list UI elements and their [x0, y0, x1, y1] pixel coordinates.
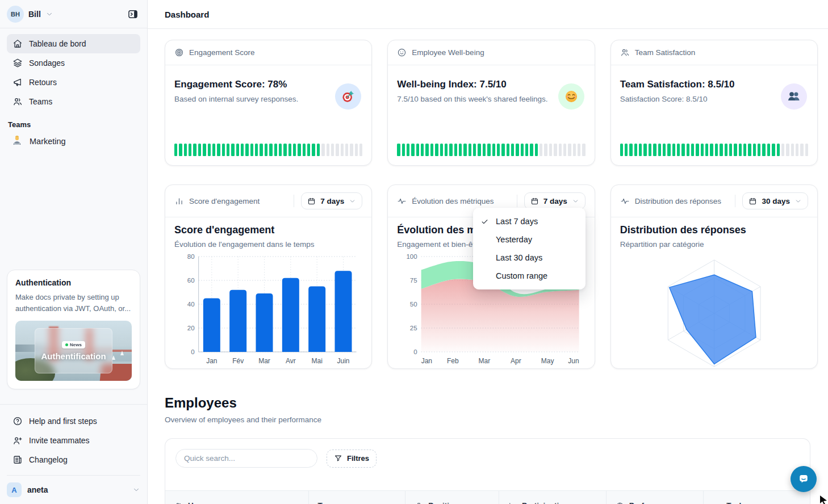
employees-title: Employees: [165, 395, 818, 411]
column-header-user[interactable]: User: [165, 491, 309, 504]
busts-emoji-badge: [781, 83, 807, 110]
sidebar: BH Bill Tableau de bordSondagesRetoursTe…: [0, 0, 148, 504]
menu-item-label: Yesterday: [496, 235, 532, 244]
pie-chart-icon: [616, 502, 624, 504]
svg-text:25: 25: [410, 325, 417, 331]
employees-subtitle: Overview of employees and their performa…: [165, 415, 818, 424]
menu-item-last-7-days[interactable]: Last 7 days: [473, 212, 586, 230]
card-header-label: Employee Well-being: [412, 48, 484, 57]
sidebar-item-invite-teammates[interactable]: Invite teammates: [7, 431, 140, 450]
smile-emoji-badge: [558, 83, 584, 110]
menu-item-label: Last 7 days: [496, 217, 538, 226]
wellbeing-card: Employee Well-being Well-being Index: 7.…: [387, 40, 595, 166]
users-icon: [620, 48, 630, 57]
wellbeing-progress-bar: [397, 144, 585, 156]
card-header-label: Évolution des métriques: [412, 197, 494, 205]
svg-text:0: 0: [414, 348, 417, 355]
svg-text:Avr: Avr: [286, 357, 296, 365]
stat-subtitle: Satisfaction Score: 8.5/10: [620, 95, 808, 103]
chevron-down-icon[interactable]: [45, 10, 53, 18]
chart-subtitle: Répartition par catégorie: [620, 240, 808, 249]
workspace-switcher[interactable]: A aneta: [7, 475, 140, 497]
nav-item-label: Sondages: [29, 58, 65, 68]
nav-item-label: Teams: [29, 97, 52, 106]
sidebar-item-help-and-first-steps[interactable]: Help and first steps: [7, 411, 140, 431]
menu-item-last-30-days[interactable]: Last 30 days: [473, 249, 586, 267]
user-name[interactable]: Bill: [28, 10, 41, 19]
stat-title: Engagement Score: 78%: [174, 79, 362, 90]
svg-text:Fév: Fév: [232, 357, 244, 365]
svg-text:Jan: Jan: [206, 357, 217, 365]
nav-item-label: Changelog: [29, 455, 68, 464]
calendar-icon: [307, 197, 316, 205]
svg-text:May: May: [541, 357, 554, 365]
engagement-progress-bar: [174, 144, 362, 156]
megaphone-icon: [12, 77, 23, 87]
date-range-button[interactable]: 30 days: [742, 192, 808, 209]
stat-subtitle: Based on internal survey responses.: [174, 95, 362, 103]
calendar-icon: [530, 197, 539, 205]
date-range-button[interactable]: 7 days: [301, 192, 362, 209]
chat-launcher-button[interactable]: [791, 466, 817, 492]
team-satisfaction-card: Team Satisfaction Team Satisfaction: 8.5…: [610, 40, 818, 166]
svg-text:Mar: Mar: [258, 357, 270, 365]
column-label: Performance: [629, 501, 676, 504]
sidebar-section-label: Teams: [0, 111, 147, 131]
column-header-team[interactable]: Team: [309, 491, 406, 504]
svg-text:Feb: Feb: [447, 357, 459, 365]
column-header-tasks[interactable]: Tasks: [704, 491, 810, 504]
user-avatar[interactable]: BH: [7, 6, 24, 23]
users-icon: [12, 96, 23, 107]
promo-caption: Authentification: [41, 351, 106, 361]
authentication-promo-card[interactable]: Authentication Make docs private by sett…: [7, 270, 140, 389]
menu-item-custom-range[interactable]: Custom range: [473, 267, 586, 285]
sidebar-item-teams[interactable]: Teams: [7, 92, 140, 111]
chart-subtitle: Évolution de l'engagement dans le temps: [174, 240, 362, 249]
sidebar-item-retours[interactable]: Retours: [7, 73, 140, 92]
team-label: Marketing: [30, 137, 66, 146]
satisfaction-progress-bar: [620, 144, 808, 156]
svg-text:20: 20: [187, 325, 195, 331]
svg-text:Mai: Mai: [311, 357, 322, 365]
smiley-icon: [397, 48, 407, 57]
app-root: BH Bill Tableau de bordSondagesRetoursTe…: [0, 0, 828, 504]
card-header-label: Engagement Score: [189, 48, 255, 57]
changelog-icon: [12, 455, 23, 465]
chevron-down-icon: [794, 198, 802, 205]
sidebar-teams-list: Marketing: [0, 131, 147, 152]
dart-emoji-badge: [335, 83, 361, 110]
search-input[interactable]: [175, 449, 317, 468]
card-header-label: Score d'engagement: [189, 197, 260, 205]
column-header-participation[interactable]: Participation: [499, 491, 607, 504]
workspace-avatar: A: [7, 482, 22, 497]
menu-item-yesterday[interactable]: Yesterday: [473, 230, 586, 249]
promo-overlay-card: News Authentification: [35, 328, 112, 373]
pulse-icon: [397, 196, 407, 206]
trend-up-icon: [713, 502, 721, 504]
sidebar-item-changelog[interactable]: Changelog: [7, 450, 140, 469]
sidebar-item-sondages[interactable]: Sondages: [7, 53, 140, 73]
chart-title: Distribution des réponses: [620, 224, 808, 236]
briefcase-icon: [415, 502, 423, 504]
collapse-sidebar-button[interactable]: [126, 7, 140, 22]
mouse-cursor: [820, 495, 828, 504]
column-header-performance[interactable]: Performance: [607, 491, 704, 504]
calendar-icon: [748, 197, 757, 205]
nav-item-label: Invite teammates: [29, 436, 90, 445]
check-icon: [480, 217, 489, 226]
filters-button[interactable]: Filtres: [327, 450, 377, 468]
divider: [517, 195, 517, 207]
promo-body: Make docs private by setting up authenti…: [15, 292, 132, 314]
svg-text:60: 60: [187, 277, 195, 284]
promo-image[interactable]: News Authentification: [15, 321, 132, 381]
sidebar-team-marketing[interactable]: Marketing: [0, 131, 147, 152]
column-header-position[interactable]: Position: [405, 491, 499, 504]
sidebar-item-tableau-de-bord[interactable]: Tableau de bord: [7, 34, 140, 53]
chevron-down-icon: [572, 198, 579, 205]
stat-cards-row: Engagement Score Engagement Score: 78% B…: [165, 40, 818, 166]
users-icon: [174, 502, 183, 504]
svg-text:Apr: Apr: [511, 357, 521, 365]
column-label: Tasks: [726, 501, 747, 504]
date-range-button[interactable]: 7 days: [524, 192, 586, 209]
stat-subtitle: 7.5/10 based on this week's shared feeli…: [397, 95, 585, 103]
